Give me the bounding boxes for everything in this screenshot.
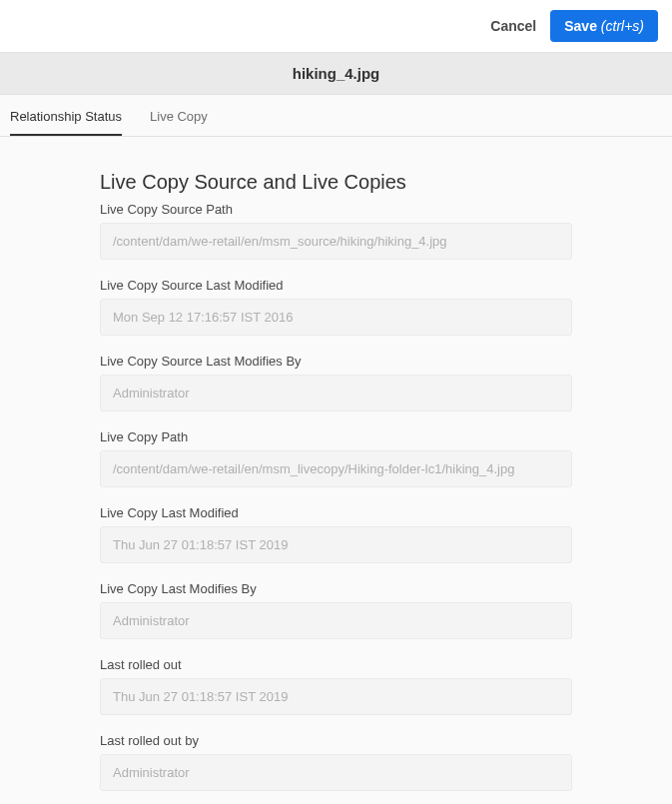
input-last-rolled-out xyxy=(100,678,572,715)
label-source-modified-by: Live Copy Source Last Modifies By xyxy=(100,354,572,369)
field-last-rolled-out: Last rolled out xyxy=(100,657,572,715)
label-source-last-modified: Live Copy Source Last Modified xyxy=(100,278,572,293)
tabs: Relationship Status Live Copy xyxy=(0,95,672,137)
input-source-path xyxy=(100,223,572,260)
input-copy-path xyxy=(100,450,572,487)
field-copy-last-modified: Live Copy Last Modified xyxy=(100,505,572,563)
field-copy-path: Live Copy Path xyxy=(100,429,572,487)
save-button[interactable]: Save (ctrl+s) xyxy=(550,10,658,42)
input-source-last-modified xyxy=(100,299,572,336)
content-wrapper: Relationship Status Live Copy Live Copy … xyxy=(0,95,672,804)
label-copy-last-modified: Live Copy Last Modified xyxy=(100,505,572,520)
input-last-rolled-out-by xyxy=(100,754,572,791)
tab-live-copy[interactable]: Live Copy xyxy=(150,109,208,136)
label-copy-modified-by: Live Copy Last Modifies By xyxy=(100,581,572,596)
label-last-rolled-out-by: Last rolled out by xyxy=(100,733,572,748)
main-scroll[interactable]: Relationship Status Live Copy Live Copy … xyxy=(0,95,672,804)
input-copy-last-modified xyxy=(100,526,572,563)
section-heading-source: Live Copy Source and Live Copies xyxy=(100,171,572,194)
label-source-path: Live Copy Source Path xyxy=(100,202,572,217)
input-copy-modified-by xyxy=(100,602,572,639)
form-area: Live Copy Source and Live Copies Live Co… xyxy=(0,137,672,804)
save-shortcut: (ctrl+s) xyxy=(601,18,644,34)
field-source-path: Live Copy Source Path xyxy=(100,202,572,260)
cancel-button[interactable]: Cancel xyxy=(490,18,536,34)
top-bar: Cancel Save (ctrl+s) xyxy=(0,0,672,52)
field-copy-modified-by: Live Copy Last Modifies By xyxy=(100,581,572,639)
save-label: Save xyxy=(564,18,597,34)
input-source-modified-by xyxy=(100,375,572,411)
label-copy-path: Live Copy Path xyxy=(100,429,572,444)
field-source-last-modified: Live Copy Source Last Modified xyxy=(100,278,572,336)
field-last-rolled-out-by: Last rolled out by xyxy=(100,733,572,791)
tab-relationship-status[interactable]: Relationship Status xyxy=(10,109,122,136)
field-source-modified-by: Live Copy Source Last Modifies By xyxy=(100,354,572,411)
page-title: hiking_4.jpg xyxy=(0,52,672,95)
label-last-rolled-out: Last rolled out xyxy=(100,657,572,672)
